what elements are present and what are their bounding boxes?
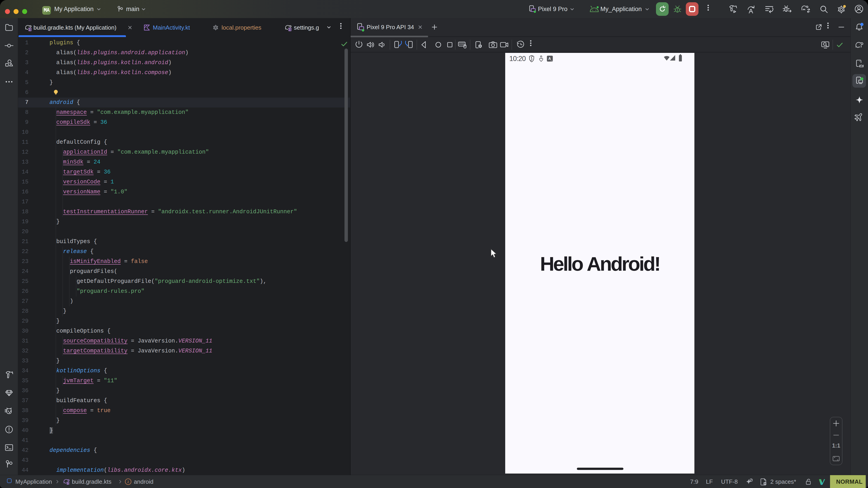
svg-text:λ: λ xyxy=(127,480,129,484)
svg-text:A: A xyxy=(548,57,551,61)
